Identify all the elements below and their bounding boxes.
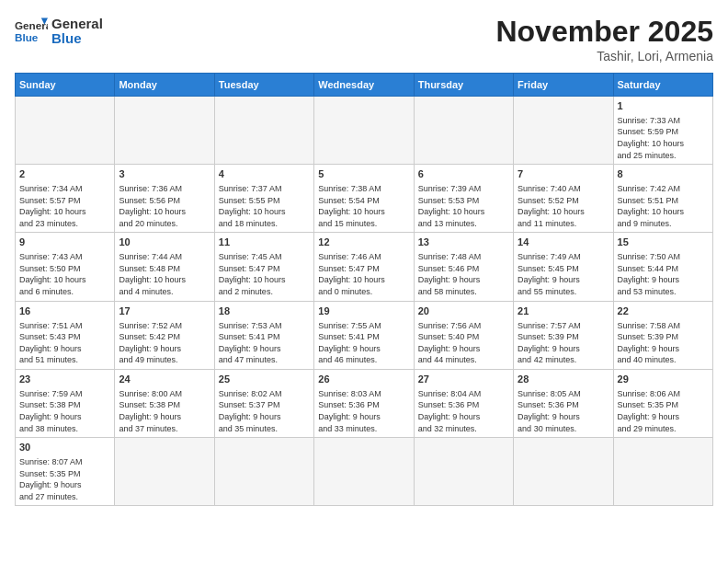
calendar-week-row: 30Sunrise: 8:07 AM Sunset: 5:35 PM Dayli… — [16, 438, 713, 506]
day-number: 7 — [518, 167, 609, 181]
weekday-header-row: SundayMondayTuesdayWednesdayThursdayFrid… — [16, 74, 713, 97]
weekday-header-monday: Monday — [115, 74, 214, 97]
logo-general-text: General — [51, 17, 103, 32]
day-number: 30 — [19, 441, 110, 454]
calendar-day-cell: 24Sunrise: 8:00 AM Sunset: 5:38 PM Dayli… — [115, 369, 214, 437]
day-info: Sunrise: 7:42 AM Sunset: 5:51 PM Dayligh… — [618, 183, 709, 229]
day-info: Sunrise: 7:50 AM Sunset: 5:44 PM Dayligh… — [618, 251, 709, 297]
day-info: Sunrise: 7:49 AM Sunset: 5:45 PM Dayligh… — [518, 251, 609, 297]
day-number: 21 — [518, 304, 609, 318]
day-info: Sunrise: 7:43 AM Sunset: 5:50 PM Dayligh… — [19, 251, 110, 297]
calendar-day-cell: 10Sunrise: 7:44 AM Sunset: 5:48 PM Dayli… — [115, 233, 214, 301]
day-info: Sunrise: 7:52 AM Sunset: 5:42 PM Dayligh… — [119, 320, 210, 366]
calendar-day-cell — [414, 97, 513, 165]
weekday-header-friday: Friday — [514, 74, 613, 97]
calendar-day-cell: 29Sunrise: 8:06 AM Sunset: 5:35 PM Dayli… — [613, 369, 712, 437]
day-number: 8 — [618, 167, 709, 181]
calendar-day-cell: 22Sunrise: 7:58 AM Sunset: 5:39 PM Dayli… — [613, 301, 712, 369]
day-info: Sunrise: 7:33 AM Sunset: 5:59 PM Dayligh… — [618, 115, 709, 161]
calendar-day-cell: 26Sunrise: 8:03 AM Sunset: 5:36 PM Dayli… — [314, 369, 414, 437]
calendar-table: SundayMondayTuesdayWednesdayThursdayFrid… — [15, 73, 713, 506]
day-number: 24 — [119, 373, 210, 386]
day-number: 11 — [219, 236, 310, 249]
day-number: 10 — [119, 236, 210, 249]
calendar-day-cell: 12Sunrise: 7:46 AM Sunset: 5:47 PM Dayli… — [314, 233, 414, 301]
calendar-day-cell: 25Sunrise: 8:02 AM Sunset: 5:37 PM Dayli… — [214, 369, 313, 437]
day-info: Sunrise: 8:03 AM Sunset: 5:36 PM Dayligh… — [318, 388, 409, 434]
calendar-week-row: 9Sunrise: 7:43 AM Sunset: 5:50 PM Daylig… — [16, 233, 713, 301]
day-info: Sunrise: 7:36 AM Sunset: 5:56 PM Dayligh… — [119, 183, 210, 229]
day-number: 17 — [119, 304, 210, 318]
day-number: 15 — [618, 236, 709, 249]
calendar-day-cell: 4Sunrise: 7:37 AM Sunset: 5:55 PM Daylig… — [214, 165, 313, 233]
day-info: Sunrise: 7:57 AM Sunset: 5:39 PM Dayligh… — [518, 320, 609, 366]
day-info: Sunrise: 7:53 AM Sunset: 5:41 PM Dayligh… — [219, 320, 310, 366]
day-info: Sunrise: 7:38 AM Sunset: 5:54 PM Dayligh… — [318, 183, 409, 229]
calendar-day-cell: 1Sunrise: 7:33 AM Sunset: 5:59 PM Daylig… — [613, 97, 712, 165]
day-number: 14 — [518, 236, 609, 249]
day-info: Sunrise: 7:34 AM Sunset: 5:57 PM Dayligh… — [19, 183, 110, 229]
day-info: Sunrise: 7:56 AM Sunset: 5:40 PM Dayligh… — [418, 320, 509, 366]
day-info: Sunrise: 7:46 AM Sunset: 5:47 PM Dayligh… — [318, 251, 409, 297]
calendar-day-cell: 5Sunrise: 7:38 AM Sunset: 5:54 PM Daylig… — [314, 165, 414, 233]
calendar-day-cell: 14Sunrise: 7:49 AM Sunset: 5:45 PM Dayli… — [514, 233, 613, 301]
page-header: General Blue General Blue November 2025 … — [15, 15, 713, 63]
calendar-day-cell: 27Sunrise: 8:04 AM Sunset: 5:36 PM Dayli… — [414, 369, 513, 437]
calendar-day-cell: 7Sunrise: 7:40 AM Sunset: 5:52 PM Daylig… — [514, 165, 613, 233]
day-info: Sunrise: 8:04 AM Sunset: 5:36 PM Dayligh… — [418, 388, 509, 434]
svg-text:Blue: Blue — [15, 31, 39, 43]
day-number: 29 — [618, 373, 709, 386]
calendar-day-cell — [115, 97, 214, 165]
day-number: 12 — [318, 236, 409, 249]
weekday-header-sunday: Sunday — [16, 74, 115, 97]
calendar-day-cell: 6Sunrise: 7:39 AM Sunset: 5:53 PM Daylig… — [414, 165, 513, 233]
weekday-header-thursday: Thursday — [414, 74, 513, 97]
calendar-day-cell — [214, 438, 313, 506]
calendar-day-cell: 15Sunrise: 7:50 AM Sunset: 5:44 PM Dayli… — [613, 233, 712, 301]
day-number: 9 — [19, 236, 110, 249]
calendar-week-row: 1Sunrise: 7:33 AM Sunset: 5:59 PM Daylig… — [16, 97, 713, 165]
title-block: November 2025 Tashir, Lori, Armenia — [495, 15, 713, 63]
calendar-day-cell — [414, 438, 513, 506]
calendar-day-cell: 23Sunrise: 7:59 AM Sunset: 5:38 PM Dayli… — [16, 369, 115, 437]
day-info: Sunrise: 7:58 AM Sunset: 5:39 PM Dayligh… — [618, 320, 709, 366]
calendar-day-cell: 8Sunrise: 7:42 AM Sunset: 5:51 PM Daylig… — [613, 165, 712, 233]
day-number: 20 — [418, 304, 509, 318]
logo-blue-text: Blue — [51, 31, 103, 47]
calendar-day-cell — [115, 438, 214, 506]
calendar-day-cell — [214, 97, 313, 165]
day-number: 3 — [119, 167, 210, 181]
calendar-day-cell: 2Sunrise: 7:34 AM Sunset: 5:57 PM Daylig… — [16, 165, 115, 233]
calendar-day-cell: 20Sunrise: 7:56 AM Sunset: 5:40 PM Dayli… — [414, 301, 513, 369]
weekday-header-saturday: Saturday — [613, 74, 712, 97]
calendar-day-cell: 19Sunrise: 7:55 AM Sunset: 5:41 PM Dayli… — [314, 301, 414, 369]
day-info: Sunrise: 7:40 AM Sunset: 5:52 PM Dayligh… — [518, 183, 609, 229]
day-number: 4 — [219, 167, 310, 181]
day-info: Sunrise: 8:00 AM Sunset: 5:38 PM Dayligh… — [119, 388, 210, 434]
calendar-week-row: 2Sunrise: 7:34 AM Sunset: 5:57 PM Daylig… — [16, 165, 713, 233]
day-number: 13 — [418, 236, 509, 249]
day-number: 23 — [19, 373, 110, 386]
day-number: 26 — [318, 373, 409, 386]
day-number: 28 — [518, 373, 609, 386]
day-info: Sunrise: 8:07 AM Sunset: 5:35 PM Dayligh… — [19, 456, 110, 502]
day-number: 18 — [219, 304, 310, 318]
month-title: November 2025 — [495, 15, 713, 49]
weekday-header-wednesday: Wednesday — [314, 74, 414, 97]
calendar-day-cell — [314, 97, 414, 165]
location-subtitle: Tashir, Lori, Armenia — [495, 49, 713, 63]
calendar-day-cell — [613, 438, 712, 506]
day-number: 22 — [618, 304, 709, 318]
day-info: Sunrise: 7:55 AM Sunset: 5:41 PM Dayligh… — [318, 320, 409, 366]
day-info: Sunrise: 8:05 AM Sunset: 5:36 PM Dayligh… — [518, 388, 609, 434]
day-number: 5 — [318, 167, 409, 181]
calendar-day-cell: 3Sunrise: 7:36 AM Sunset: 5:56 PM Daylig… — [115, 165, 214, 233]
calendar-day-cell: 21Sunrise: 7:57 AM Sunset: 5:39 PM Dayli… — [514, 301, 613, 369]
weekday-header-tuesday: Tuesday — [214, 74, 313, 97]
calendar-week-row: 16Sunrise: 7:51 AM Sunset: 5:43 PM Dayli… — [16, 301, 713, 369]
day-number: 6 — [418, 167, 509, 181]
day-number: 25 — [219, 373, 310, 386]
calendar-day-cell: 9Sunrise: 7:43 AM Sunset: 5:50 PM Daylig… — [16, 233, 115, 301]
day-info: Sunrise: 7:39 AM Sunset: 5:53 PM Dayligh… — [418, 183, 509, 229]
day-info: Sunrise: 7:51 AM Sunset: 5:43 PM Dayligh… — [19, 320, 110, 366]
